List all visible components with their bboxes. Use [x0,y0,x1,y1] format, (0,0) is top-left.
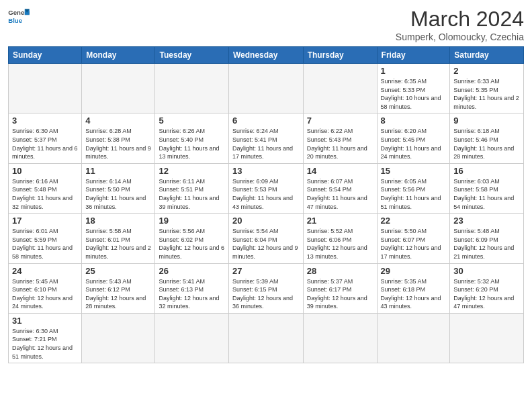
calendar-cell: 17Sunrise: 6:01 AM Sunset: 5:59 PM Dayli… [9,214,82,263]
calendar-cell: 3Sunrise: 6:30 AM Sunset: 5:37 PM Daylig… [9,113,82,163]
calendar-cell: 30Sunrise: 5:32 AM Sunset: 6:20 PM Dayli… [450,263,524,313]
location: Sumperk, Olomoucky, Czechia [396,32,524,42]
day-info: Sunrise: 5:37 AM Sunset: 6:17 PM Dayligh… [307,277,373,311]
day-of-week-saturday: Saturday [450,47,524,64]
title-block: March 2024 Sumperk, Olomoucky, Czechia [396,7,524,42]
day-number: 2 [453,66,520,76]
calendar-cell [9,64,82,113]
day-info: Sunrise: 6:33 AM Sunset: 5:35 PM Dayligh… [453,77,520,111]
day-info: Sunrise: 6:22 AM Sunset: 5:43 PM Dayligh… [307,127,373,161]
day-info: Sunrise: 5:35 AM Sunset: 6:18 PM Dayligh… [381,277,447,311]
calendar-cell: 28Sunrise: 5:37 AM Sunset: 6:17 PM Dayli… [303,263,377,313]
calendar-cell [82,64,155,113]
day-info: Sunrise: 5:58 AM Sunset: 6:01 PM Dayligh… [85,227,151,261]
day-number: 14 [307,166,373,176]
day-number: 28 [307,266,373,276]
day-info: Sunrise: 5:50 AM Sunset: 6:07 PM Dayligh… [381,227,447,261]
day-info: Sunrise: 6:16 AM Sunset: 5:48 PM Dayligh… [12,177,78,211]
calendar-cell: 26Sunrise: 5:41 AM Sunset: 6:13 PM Dayli… [155,263,228,313]
generalblue-logo-icon: General Blue [8,7,30,26]
calendar-cell [303,64,377,113]
day-number: 11 [85,166,151,176]
day-info: Sunrise: 6:20 AM Sunset: 5:45 PM Dayligh… [381,127,447,161]
day-number: 1 [381,66,447,76]
day-info: Sunrise: 5:48 AM Sunset: 6:09 PM Dayligh… [453,227,520,261]
calendar-cell: 31Sunrise: 6:30 AM Sunset: 7:21 PM Dayli… [9,313,82,363]
calendar-cell: 2Sunrise: 6:33 AM Sunset: 5:35 PM Daylig… [450,64,524,113]
day-of-week-tuesday: Tuesday [155,47,228,64]
calendar-cell: 21Sunrise: 5:52 AM Sunset: 6:06 PM Dayli… [303,214,377,263]
day-number: 9 [453,116,520,126]
calendar-cell [82,313,155,363]
day-number: 21 [307,216,373,226]
day-info: Sunrise: 5:52 AM Sunset: 6:06 PM Dayligh… [307,227,373,261]
day-info: Sunrise: 6:14 AM Sunset: 5:50 PM Dayligh… [85,177,151,211]
day-number: 5 [159,116,224,126]
calendar-cell [155,64,228,113]
day-number: 29 [381,266,447,276]
day-info: Sunrise: 6:28 AM Sunset: 5:38 PM Dayligh… [85,127,151,161]
day-of-week-wednesday: Wednesday [228,47,303,64]
day-info: Sunrise: 5:32 AM Sunset: 6:20 PM Dayligh… [453,277,520,311]
day-of-week-sunday: Sunday [9,47,82,64]
day-info: Sunrise: 6:30 AM Sunset: 5:37 PM Dayligh… [12,127,78,161]
calendar-week-3: 10Sunrise: 6:16 AM Sunset: 5:48 PM Dayli… [9,163,524,213]
day-info: Sunrise: 5:41 AM Sunset: 6:13 PM Dayligh… [159,277,224,311]
day-info: Sunrise: 5:43 AM Sunset: 6:12 PM Dayligh… [85,277,151,311]
calendar-header-row: SundayMondayTuesdayWednesdayThursdayFrid… [9,47,524,64]
calendar-cell: 13Sunrise: 6:09 AM Sunset: 5:53 PM Dayli… [228,163,303,213]
calendar-cell: 14Sunrise: 6:07 AM Sunset: 5:54 PM Dayli… [303,163,377,213]
calendar-cell [155,313,228,363]
day-number: 16 [453,166,520,176]
calendar-week-2: 3Sunrise: 6:30 AM Sunset: 5:37 PM Daylig… [9,113,524,163]
day-number: 18 [85,216,151,226]
day-number: 20 [232,216,300,226]
day-info: Sunrise: 5:56 AM Sunset: 6:02 PM Dayligh… [159,227,224,261]
day-info: Sunrise: 6:30 AM Sunset: 7:21 PM Dayligh… [12,327,78,361]
day-number: 26 [159,266,224,276]
calendar-week-1: 1Sunrise: 6:35 AM Sunset: 5:33 PM Daylig… [9,64,524,113]
calendar-cell [377,313,450,363]
header: General Blue March 2024 Sumperk, Olomouc… [8,7,524,42]
calendar-week-5: 24Sunrise: 5:45 AM Sunset: 6:10 PM Dayli… [9,263,524,313]
day-info: Sunrise: 6:35 AM Sunset: 5:33 PM Dayligh… [381,77,447,111]
day-number: 3 [12,116,78,126]
page: General Blue March 2024 Sumperk, Olomouc… [0,0,532,370]
calendar-cell: 22Sunrise: 5:50 AM Sunset: 6:07 PM Dayli… [377,214,450,263]
calendar-cell: 5Sunrise: 6:26 AM Sunset: 5:40 PM Daylig… [155,113,228,163]
day-info: Sunrise: 5:54 AM Sunset: 6:04 PM Dayligh… [232,227,300,261]
day-info: Sunrise: 6:26 AM Sunset: 5:40 PM Dayligh… [159,127,224,161]
svg-text:Blue: Blue [8,17,22,24]
calendar-cell: 10Sunrise: 6:16 AM Sunset: 5:48 PM Dayli… [9,163,82,213]
calendar-cell: 19Sunrise: 5:56 AM Sunset: 6:02 PM Dayli… [155,214,228,263]
calendar-cell: 20Sunrise: 5:54 AM Sunset: 6:04 PM Dayli… [228,214,303,263]
day-number: 12 [159,166,224,176]
day-number: 6 [232,116,300,126]
day-info: Sunrise: 6:07 AM Sunset: 5:54 PM Dayligh… [307,177,373,211]
calendar: SundayMondayTuesdayWednesdayThursdayFrid… [8,46,524,363]
calendar-cell: 27Sunrise: 5:39 AM Sunset: 6:15 PM Dayli… [228,263,303,313]
day-info: Sunrise: 5:45 AM Sunset: 6:10 PM Dayligh… [12,277,78,311]
day-number: 27 [232,266,300,276]
calendar-cell: 16Sunrise: 6:03 AM Sunset: 5:58 PM Dayli… [450,163,524,213]
day-number: 8 [381,116,447,126]
day-of-week-thursday: Thursday [303,47,377,64]
calendar-cell [228,64,303,113]
day-number: 13 [232,166,300,176]
day-number: 7 [307,116,373,126]
calendar-cell: 7Sunrise: 6:22 AM Sunset: 5:43 PM Daylig… [303,113,377,163]
calendar-cell: 8Sunrise: 6:20 AM Sunset: 5:45 PM Daylig… [377,113,450,163]
calendar-cell: 6Sunrise: 6:24 AM Sunset: 5:41 PM Daylig… [228,113,303,163]
calendar-cell: 1Sunrise: 6:35 AM Sunset: 5:33 PM Daylig… [377,64,450,113]
day-number: 25 [85,266,151,276]
calendar-cell: 25Sunrise: 5:43 AM Sunset: 6:12 PM Dayli… [82,263,155,313]
day-info: Sunrise: 6:01 AM Sunset: 5:59 PM Dayligh… [12,227,78,261]
calendar-cell: 4Sunrise: 6:28 AM Sunset: 5:38 PM Daylig… [82,113,155,163]
calendar-cell: 29Sunrise: 5:35 AM Sunset: 6:18 PM Dayli… [377,263,450,313]
calendar-cell: 12Sunrise: 6:11 AM Sunset: 5:51 PM Dayli… [155,163,228,213]
day-number: 15 [381,166,447,176]
day-info: Sunrise: 6:18 AM Sunset: 5:46 PM Dayligh… [453,127,520,161]
day-of-week-monday: Monday [82,47,155,64]
day-number: 31 [12,316,78,326]
calendar-cell [228,313,303,363]
